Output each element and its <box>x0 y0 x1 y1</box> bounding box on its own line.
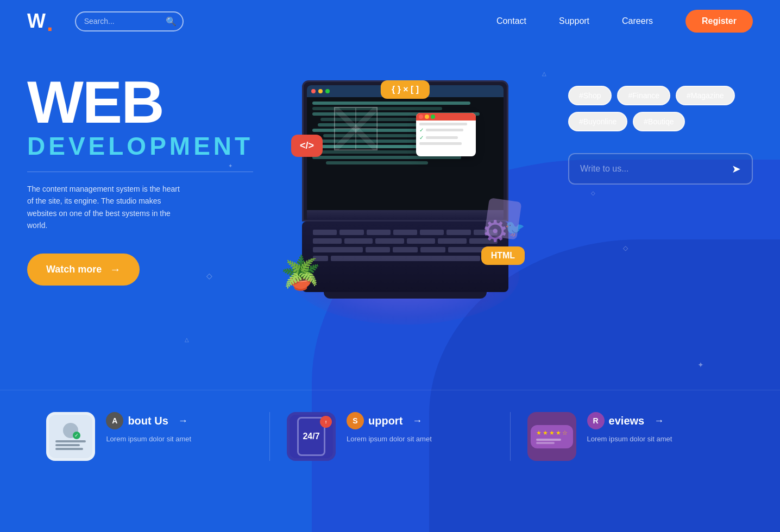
nav-link-contact[interactable]: Contact <box>496 16 526 26</box>
popup-line-2 <box>426 129 463 131</box>
nav-links: Contact Support Careers Register <box>496 10 753 33</box>
key <box>393 230 417 235</box>
star-2: ★ <box>543 429 548 436</box>
reviews-icon-inner: ★ ★ ★ ★ ☆ <box>530 415 574 458</box>
screen-dot-red <box>311 89 316 93</box>
reviews-title-row: R eviews → <box>587 412 672 429</box>
about-lines <box>53 440 88 450</box>
speech-bubble: ★ ★ ★ ★ ☆ <box>531 425 573 448</box>
about-icon-inner <box>49 415 92 458</box>
key <box>344 238 373 244</box>
search-input[interactable] <box>84 17 166 26</box>
tag-boutiqe[interactable]: #Boutiqe <box>633 112 684 131</box>
popup-line-4 <box>419 142 462 145</box>
badge-html: HTML <box>481 246 525 265</box>
popup-line-1 <box>419 123 467 125</box>
hero-right: #Shop #Finance #Magazine #Buyonline #Bou… <box>557 53 753 379</box>
key-row-2 <box>313 238 498 244</box>
reviews-letter-circle: R <box>587 412 605 429</box>
reviews-arrow: → <box>654 415 664 427</box>
badge-xml: </> <box>291 135 323 157</box>
hero-divider <box>27 172 253 172</box>
support-letter: S <box>353 416 357 425</box>
hero-section: WEB DEVELOPMENT The content management s… <box>0 42 780 379</box>
dot-red <box>419 115 423 119</box>
keyboard-rows <box>302 221 508 269</box>
tag-buyonline[interactable]: #Buyonline <box>568 112 627 131</box>
key <box>393 247 418 252</box>
support-icon-box: 24/7 ! <box>287 412 336 461</box>
reviews-desc: Lorem ipsum dolor sit amet <box>587 435 672 443</box>
send-button[interactable]: ➤ <box>732 162 741 175</box>
about-letter-circle: A <box>106 412 123 429</box>
laptop-screen-outer <box>302 80 508 221</box>
support-letter-circle: S <box>347 412 364 429</box>
about-content: A bout Us → Lorem ipsum dolor sit amet <box>106 412 191 443</box>
about-line-2 <box>55 444 80 446</box>
key-wide <box>313 247 362 252</box>
hero-description: The content management system is the hea… <box>27 183 185 232</box>
divider-1 <box>269 412 270 461</box>
dot-green <box>431 115 435 119</box>
laptop-wrapper: { } × [ ] </> ✓ <box>275 64 536 346</box>
hero-center: { } × [ ] </> ✓ <box>253 53 557 379</box>
code-line-12 <box>326 161 428 164</box>
hero-title-development: DEVELOPMENT <box>27 131 253 161</box>
support-desc: Lorem ipsum dolor sit amet <box>347 435 432 443</box>
code-line-1 <box>312 102 470 105</box>
tag-finance[interactable]: #Finance <box>617 86 670 105</box>
key-row-3 <box>313 247 498 252</box>
register-button[interactable]: Register <box>685 10 753 33</box>
key-space <box>331 256 480 261</box>
divider-2 <box>510 412 511 461</box>
logo-letter: W <box>27 11 46 31</box>
tag-shop[interactable]: #Shop <box>568 86 612 105</box>
key <box>339 230 363 235</box>
support-arrow: → <box>412 415 422 427</box>
key <box>367 230 391 235</box>
about-letter: A <box>112 416 117 425</box>
reviews-icon-box: ★ ★ ★ ★ ☆ <box>527 412 576 461</box>
watch-more-label: Watch more <box>46 264 102 275</box>
laptop-foot <box>324 292 487 299</box>
laptop-base <box>307 210 504 220</box>
key <box>375 238 404 244</box>
wireframe-box <box>334 107 378 150</box>
badge-brackets: { } × [ ] <box>381 80 430 99</box>
logo: W . <box>27 11 53 31</box>
bottom-card-support: 24/7 ! S upport → Lorem ipsum dolor sit … <box>287 412 493 461</box>
nav-link-careers[interactable]: Careers <box>622 16 653 26</box>
logo-dot: . <box>47 15 53 31</box>
nav-link-support[interactable]: Support <box>559 16 589 26</box>
support-title-row: S upport → <box>347 412 432 429</box>
navbar: W . 🔍 Contact Support Careers Register <box>0 0 780 42</box>
key <box>420 247 445 252</box>
search-button[interactable]: 🔍 <box>166 16 177 27</box>
popup-check-1: ✓ <box>419 127 424 133</box>
reviews-letter: R <box>593 416 599 425</box>
dot-yellow <box>425 115 429 119</box>
laptop-keyboard <box>302 221 508 292</box>
bottom-section: A bout Us → Lorem ipsum dolor sit amet 2… <box>0 390 780 488</box>
reviews-content: R eviews → Lorem ipsum dolor sit amet <box>587 412 672 443</box>
note-card-decoration <box>484 198 521 240</box>
bottom-card-about: A bout Us → Lorem ipsum dolor sit amet <box>46 412 253 461</box>
star-4: ★ <box>556 429 561 436</box>
star-1: ★ <box>536 429 542 436</box>
tag-magazine[interactable]: #Magazine <box>676 86 735 105</box>
write-to-us-input[interactable] <box>580 164 726 174</box>
about-desc: Lorem ipsum dolor sit amet <box>106 435 191 443</box>
search-bar: 🔍 <box>75 11 184 31</box>
about-title-text: bout Us <box>128 415 168 427</box>
about-line-1 <box>55 440 86 442</box>
tags-row-2: #Buyonline #Boutiqe <box>568 112 753 131</box>
screen-dot-green <box>325 89 330 93</box>
about-arrow: → <box>178 415 188 427</box>
window-header <box>416 113 476 121</box>
notification-badge: ! <box>320 416 332 428</box>
key <box>420 230 444 235</box>
watch-more-button[interactable]: Watch more → <box>27 254 140 286</box>
support-247-text: 24/7 <box>303 432 319 441</box>
about-avatar <box>63 423 78 438</box>
hero-left: WEB DEVELOPMENT The content management s… <box>27 53 253 379</box>
